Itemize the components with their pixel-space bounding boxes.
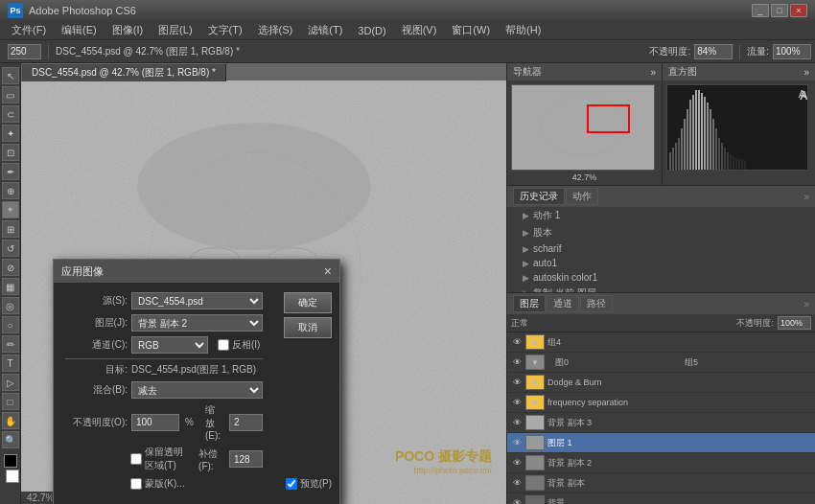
dialog-scale-input[interactable] — [229, 414, 263, 431]
layer-item-bg[interactable]: 👁 背景 — [507, 493, 815, 504]
layer-eye-5[interactable]: 👁 — [511, 417, 523, 428]
dialog-ok-button[interactable]: 确定 — [284, 292, 332, 313]
tab-paths[interactable]: 路径 — [580, 295, 613, 312]
canvas-tab[interactable]: DSC_4554.psd @ 42.7% (图层 1, RGB/8) * — [21, 63, 226, 81]
svg-rect-25 — [701, 93, 703, 170]
layer-item-layer1[interactable]: 👁 图层 1 — [507, 433, 815, 453]
zoom-tool[interactable]: 🔍 — [2, 431, 19, 448]
type-tool[interactable]: T — [2, 355, 19, 372]
eyedropper-tool[interactable]: ✒ — [2, 163, 19, 180]
dialog-preserve-label: 保留透明区域(T) — [130, 446, 187, 472]
layer-item-group0[interactable]: 👁 ▼ 图0 组5 — [507, 353, 815, 373]
history-item-2[interactable]: ▶ scharif — [507, 241, 815, 256]
history-item-5[interactable]: ▷ 复制 当前 图层 — [507, 285, 815, 292]
dialog-cancel-button[interactable]: 取消 — [284, 317, 332, 338]
dodge-tool[interactable]: ○ — [2, 316, 19, 333]
marquee-tool[interactable]: ▭ — [2, 86, 19, 103]
magic-wand-tool[interactable]: ✦ — [2, 125, 19, 142]
layer-eye-1[interactable]: 👁 — [511, 356, 523, 368]
layer-item-bg3[interactable]: 👁 背景 副本 3 — [507, 413, 815, 433]
layers-panel-header: 图层 通道 路径 » — [507, 293, 815, 314]
menu-image[interactable]: 图像(I) — [105, 21, 151, 39]
layer-name-4: frequency separation — [547, 398, 811, 407]
window-controls[interactable]: _ □ × — [752, 4, 807, 17]
menu-view[interactable]: 视图(V) — [394, 21, 445, 39]
menu-3d[interactable]: 3D(D) — [350, 23, 393, 38]
opacity-input-layers[interactable] — [778, 316, 811, 330]
path-select-tool[interactable]: ▷ — [2, 374, 19, 391]
crop-tool[interactable]: ⊡ — [2, 144, 19, 161]
layers-options-toolbar: 正常 不透明度: — [507, 314, 815, 332]
layer-name-3: Dodge & Burn — [547, 378, 811, 387]
move-tool[interactable]: ↖ — [2, 67, 19, 84]
tab-actions[interactable]: 动作 — [566, 188, 598, 205]
layer-eye-3[interactable]: 👁 — [511, 377, 523, 388]
menu-edit[interactable]: 编辑(E) — [54, 21, 105, 39]
stamp-tool[interactable]: ⊞ — [2, 220, 19, 238]
close-button[interactable]: × — [790, 4, 807, 17]
blur-tool[interactable]: ◎ — [2, 297, 19, 314]
layer-item-freq[interactable]: 👁 ▼ frequency separation — [507, 393, 815, 413]
dialog-preview-checkbox[interactable] — [286, 478, 297, 490]
hand-tool[interactable]: ✋ — [2, 412, 19, 429]
layer-item-bgcopy[interactable]: 👁 背景 副本 — [507, 473, 815, 493]
menu-file[interactable]: 文件(F) — [4, 21, 54, 39]
layer-eye-8[interactable]: 👁 — [511, 477, 523, 489]
opacity-input[interactable] — [694, 44, 733, 59]
menu-select[interactable]: 选择(S) — [250, 21, 301, 39]
heal-tool[interactable]: ⊕ — [2, 182, 19, 199]
bg-color[interactable] — [6, 470, 19, 483]
dialog-mask-row: 蒙版(K)... — [65, 477, 263, 491]
layer-eye-9[interactable]: 👁 — [511, 497, 523, 504]
brush-size-input[interactable] — [8, 44, 41, 59]
minimize-button[interactable]: _ — [752, 4, 769, 17]
dialog-channel-select[interactable]: RGB — [131, 336, 208, 354]
dialog-mask-checkbox[interactable] — [130, 478, 142, 490]
tab-channels[interactable]: 通道 — [547, 295, 579, 312]
navigator-expand-icon[interactable]: » — [650, 67, 656, 78]
menu-help[interactable]: 帮助(H) — [498, 21, 548, 39]
layer-eye-7[interactable]: 👁 — [511, 457, 523, 469]
dialog-blend-select[interactable]: 减去 — [131, 381, 263, 399]
dialog-target-label: 目标: — [65, 363, 128, 377]
layer-eye-0[interactable]: 👁 — [511, 336, 523, 348]
dialog-opacity-input[interactable] — [131, 414, 179, 431]
tab-layers[interactable]: 图层 — [513, 295, 546, 312]
menu-type[interactable]: 文字(T) — [200, 21, 250, 39]
layer-item-dodge[interactable]: 👁 ▼ Dodge & Burn — [507, 373, 815, 393]
dialog-preserve-checkbox[interactable] — [130, 453, 142, 465]
svg-point-3 — [137, 123, 370, 250]
eraser-tool[interactable]: ⊘ — [2, 259, 19, 276]
dialog-layer-select[interactable]: 背景 副本 2 — [131, 314, 263, 332]
tab-history[interactable]: 历史记录 — [513, 188, 565, 205]
layer-eye-6[interactable]: 👁 — [511, 437, 523, 448]
layer-item-group4[interactable]: 👁 ▼ 组4 — [507, 332, 815, 353]
menu-filter[interactable]: 滤镜(T) — [300, 21, 350, 39]
layer-eye-4[interactable]: 👁 — [511, 397, 523, 408]
dialog-source-select[interactable]: DSC_4554.psd — [131, 292, 263, 309]
history-brush-tool[interactable]: ↺ — [2, 240, 19, 257]
gradient-tool[interactable]: ▦ — [2, 278, 19, 295]
history-item-3[interactable]: ▶ auto1 — [507, 256, 815, 270]
fg-color[interactable] — [4, 454, 17, 468]
dialog-close-btn[interactable]: × — [324, 263, 332, 279]
brush-tool[interactable]: ⌖ — [2, 201, 19, 218]
dialog-titlebar[interactable]: 应用图像 × — [54, 260, 339, 283]
dialog-offset-input[interactable] — [229, 450, 263, 468]
history-panel-expand[interactable]: » — [803, 192, 809, 202]
layer-item-bg2[interactable]: 👁 背景 副本 2 — [507, 453, 815, 473]
history-item-0[interactable]: ▶ 动作 1 — [507, 207, 815, 224]
menu-layer[interactable]: 图层(L) — [151, 21, 199, 39]
histogram-expand-icon[interactable]: » — [803, 67, 809, 78]
layers-expand-icon[interactable]: » — [803, 299, 809, 309]
menu-window[interactable]: 窗口(W) — [444, 21, 498, 39]
history-item-4[interactable]: ▶ autoskin color1 — [507, 270, 815, 285]
svg-rect-22 — [692, 95, 694, 170]
shape-tool[interactable]: □ — [2, 393, 19, 410]
lasso-tool[interactable]: ⊂ — [2, 105, 19, 123]
maximize-button[interactable]: □ — [771, 4, 788, 17]
dialog-invert-checkbox[interactable] — [218, 339, 229, 351]
history-item-1[interactable]: ▶ 股本 — [507, 224, 815, 241]
flow-input[interactable] — [773, 44, 811, 59]
pen-tool[interactable]: ✏ — [2, 335, 19, 353]
